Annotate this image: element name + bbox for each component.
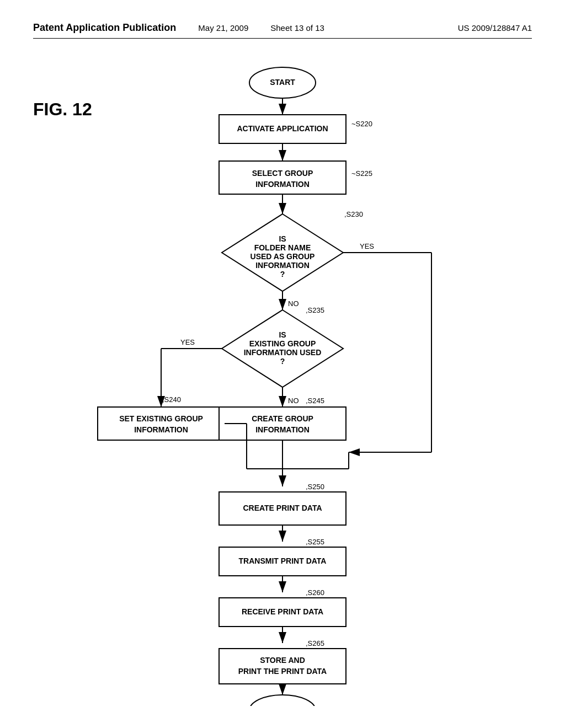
s265-label-1: STORE AND: [260, 656, 305, 665]
end-node: [249, 695, 316, 706]
s220-label: ACTIVATE APPLICATION: [237, 124, 328, 133]
s265-ref: ,S265: [306, 639, 324, 647]
s230-text-2: FOLDER NAME: [254, 243, 311, 252]
header-publication-label: Patent Application Publication: [33, 22, 176, 34]
header-patent: US 2009/128847 A1: [458, 23, 532, 33]
s230-text-3: USED AS GROUP: [250, 252, 315, 261]
s230-ref: ,S230: [344, 210, 363, 218]
s250-ref: ,S250: [306, 483, 324, 491]
header: Patent Application Publication May 21, 2…: [33, 22, 532, 39]
s240-ref: ,S240: [162, 395, 181, 404]
s230-no-label: NO: [288, 299, 299, 308]
s245-ref: ,S245: [306, 397, 324, 405]
s265-label-2: PRINT THE PRINT DATA: [238, 667, 327, 676]
s220-ref: ~S220: [351, 120, 372, 128]
s255-ref: ,S255: [306, 538, 324, 546]
s245-label-2: INFORMATION: [255, 425, 310, 434]
s225-label-2: INFORMATION: [255, 180, 310, 189]
s240-label-2: INFORMATION: [134, 425, 188, 434]
s235-text-4: ?: [280, 357, 285, 366]
flowchart: START ACTIVATE APPLICATION ~S220 SELECT …: [33, 55, 532, 706]
header-sheet: Sheet 13 of 13: [270, 23, 324, 33]
s260-ref: ,S260: [306, 588, 324, 597]
s240-label-1: SET EXISTING GROUP: [119, 414, 203, 423]
s225-box: [219, 161, 346, 194]
s260-label: RECEIVE PRINT DATA: [242, 607, 323, 616]
s230-yes-label: YES: [360, 242, 374, 250]
s235-no-label: NO: [288, 397, 299, 405]
flowchart-svg: START ACTIVATE APPLICATION ~S220 SELECT …: [56, 55, 509, 706]
s245-label-1: CREATE GROUP: [252, 414, 313, 423]
s240-box: [98, 407, 225, 440]
s230-text-1: IS: [279, 234, 286, 243]
end-label: END: [274, 705, 291, 706]
s235-yes-label: YES: [180, 338, 195, 346]
s250-label: CREATE PRINT DATA: [243, 504, 322, 512]
s235-ref: ,S235: [306, 306, 324, 314]
page: Patent Application Publication May 21, 2…: [0, 0, 565, 728]
s225-ref: ~S225: [351, 169, 372, 178]
s230-text-5: ?: [280, 270, 285, 279]
s230-text-4: INFORMATION: [255, 261, 310, 270]
header-date: May 21, 2009: [198, 23, 248, 33]
s225-label-1: SELECT GROUP: [252, 169, 313, 178]
s235-text-1: IS: [279, 330, 286, 339]
s235-text-2: EXISTING GROUP: [249, 339, 316, 348]
start-label: START: [270, 78, 295, 87]
s235-text-3: INFORMATION USED: [244, 348, 322, 357]
s255-label: TRANSMIT PRINT DATA: [239, 556, 327, 565]
